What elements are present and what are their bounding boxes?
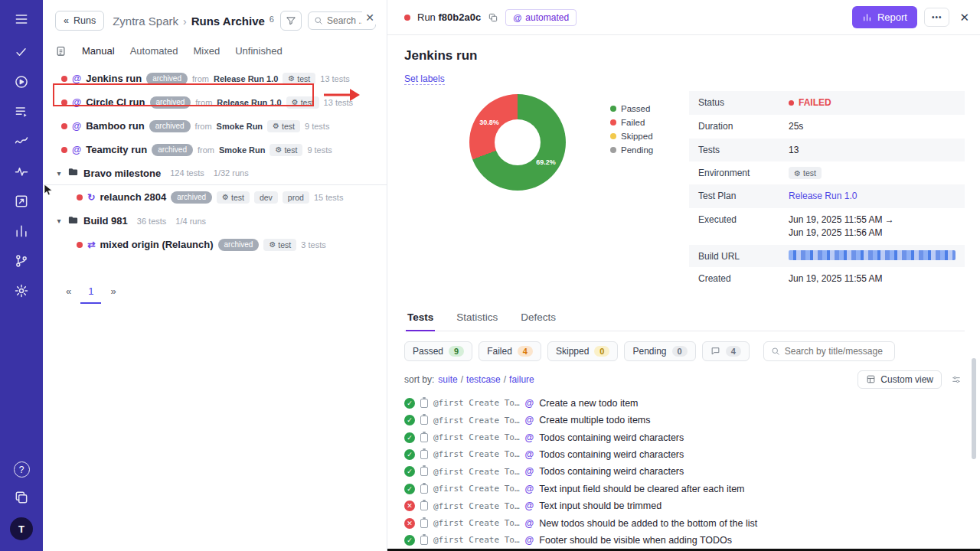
filter-label: Passed (413, 346, 443, 357)
filter-skipped-button[interactable]: Skipped0 (547, 341, 619, 361)
tests-search-input[interactable] (785, 346, 892, 357)
play-circle-icon[interactable] (13, 73, 30, 90)
test-status-icon (404, 398, 415, 409)
gear-icon: ⚙ (222, 193, 229, 201)
run-list-item-circleci[interactable]: @ Circle CI run archived from Release Ru… (43, 90, 387, 114)
filter-passed-button[interactable]: Passed9 (404, 341, 472, 361)
list-icon[interactable] (13, 103, 30, 120)
close-detail-icon[interactable]: ✕ (959, 11, 969, 24)
view-settings-icon[interactable] (951, 374, 962, 385)
copy-docs-icon[interactable] (13, 489, 30, 506)
pagination-prev-button[interactable]: « (66, 285, 71, 297)
test-status-icon (404, 484, 415, 494)
test-row[interactable]: @first Create To…@Footer should be visib… (404, 532, 965, 549)
run-list-item-mixed-origin[interactable]: ⇄ mixed origin (Relaunch) archived ⚙test… (43, 233, 387, 256)
bar-chart-icon[interactable] (13, 223, 30, 240)
filter-failed-button[interactable]: Failed4 (479, 341, 541, 361)
run-list-item-teamcity[interactable]: @ Teamcity run archived from Smoke Run ⚙… (43, 138, 387, 161)
run-list-item-relaunch-2804[interactable]: ↻ relaunch 2804 archived ⚙test dev prod … (43, 185, 387, 209)
avatar[interactable]: T (10, 517, 33, 540)
pagination-page-1[interactable]: 1 (88, 285, 93, 297)
folder-row-bravo-milestone[interactable]: ▾ Bravo milestone 124 tests 1/32 runs (43, 161, 387, 185)
gear-icon: ⚙ (275, 145, 282, 154)
run-list-item-jenkins[interactable]: @ Jenkins run archived from Release Run … (43, 67, 387, 90)
back-label: Runs (74, 15, 96, 26)
tab-tests[interactable]: Tests (406, 305, 435, 331)
automated-icon: @ (525, 398, 534, 409)
folder-name: Build 981 (83, 215, 128, 227)
back-chevrons: « (64, 15, 69, 26)
test-row[interactable]: @first Create To…@Text input should be t… (404, 497, 965, 514)
env-badge: prod (283, 191, 309, 204)
automated-label-badge[interactable]: @automated (505, 9, 577, 26)
menu-icon[interactable] (13, 11, 30, 28)
skipped-count-pill: 0 (594, 346, 609, 357)
tests-scrollbar[interactable] (972, 358, 976, 459)
tab-automated[interactable]: Automated (130, 45, 178, 57)
comment-icon (710, 346, 720, 356)
tab-unfinished[interactable]: Unfinished (235, 45, 282, 57)
custom-view-label: Custom view (880, 374, 933, 385)
filter-button[interactable] (280, 11, 302, 31)
folder-row-build-981[interactable]: ▾ Build 981 36 tests 1/4 runs (43, 209, 387, 233)
chevron-down-icon[interactable]: ▾ (55, 169, 63, 178)
filter-label: Pending (632, 346, 666, 357)
test-row[interactable]: @first Create To…@Create a new todo item (404, 395, 965, 412)
tests-count: 15 tests (314, 193, 344, 202)
tab-defects[interactable]: Defects (519, 305, 557, 331)
back-to-runs-button[interactable]: « Runs (55, 11, 104, 31)
sort-by-testcase-link[interactable]: testcase (466, 374, 501, 385)
flaky-icon[interactable] (13, 133, 30, 150)
set-labels-link[interactable]: Set labels (404, 73, 445, 85)
chevron-down-icon[interactable]: ▾ (55, 217, 63, 225)
run-list-item-bamboo[interactable]: @ Bamboo run archived from Smoke Run ⚙te… (43, 114, 387, 138)
run-detail-header: Run f80b2a0c @automated Report ••• ✕ (387, 0, 980, 35)
help-icon[interactable]: ? (14, 461, 30, 478)
tests-list: @first Create To…@Create a new todo item… (404, 395, 965, 551)
build-url-redacted-link[interactable] (789, 250, 956, 260)
copy-icon[interactable] (488, 12, 498, 23)
filter-comments-button[interactable]: 4 (702, 341, 750, 361)
test-row[interactable]: @first Create To…@New todos should be ad… (404, 514, 965, 531)
sort-by-failure-link[interactable]: failure (509, 374, 534, 385)
legend-failed: Failed (610, 118, 653, 127)
breadcrumb-project[interactable]: Zyntra Spark (113, 15, 178, 28)
mixed-icon: ⇄ (87, 239, 95, 250)
pagination-next-button[interactable]: » (110, 285, 116, 297)
test-row[interactable]: @first Create To…@Todos containing weird… (404, 446, 965, 463)
gear-icon[interactable] (13, 282, 30, 299)
runs-archive-panel: « Runs Zyntra Spark › Runs Archive 6 ✕ M… (43, 0, 387, 551)
branch-icon[interactable] (13, 253, 30, 269)
close-panel-icon[interactable]: ✕ (362, 11, 377, 24)
clipboard-icon (420, 416, 428, 425)
more-options-button[interactable]: ••• (924, 8, 950, 27)
env-badge: dev (254, 191, 278, 204)
test-plan-link[interactable]: Release Run 1.0 (789, 190, 857, 203)
tab-manual[interactable]: Manual (82, 45, 115, 57)
export-icon[interactable] (13, 193, 30, 210)
tests-search[interactable] (763, 341, 895, 361)
test-title: New todos should be added to the bottom … (539, 518, 757, 529)
from-label: from (195, 122, 212, 131)
test-row[interactable]: @first Create To…@Text input field shoul… (404, 481, 965, 497)
filter-pending-button[interactable]: Pending0 (624, 341, 695, 361)
tab-statistics[interactable]: Statistics (455, 305, 499, 331)
test-title: Todos containing weird characters (539, 466, 684, 477)
test-filters-row: Passed9 Failed4 Skipped0 Pending0 4 (404, 341, 965, 361)
env-badge: ⚙test (270, 144, 302, 156)
test-row[interactable]: @first Create To…@Todos containing weird… (404, 463, 965, 480)
tab-mixed[interactable]: Mixed (194, 45, 220, 57)
test-status-icon (404, 466, 415, 477)
sort-by-suite-link[interactable]: suite (438, 374, 457, 385)
from-run: Release Run 1.0 (217, 98, 281, 107)
run-id-text: Run f80b2a0c (417, 11, 481, 23)
pulse-icon[interactable] (13, 163, 30, 180)
info-value: Jun 19, 2025 11:55 AM (789, 272, 883, 285)
automated-badge-label: automated (525, 12, 569, 23)
check-icon[interactable] (13, 44, 30, 60)
archived-badge: archived (149, 120, 191, 132)
test-row[interactable]: @first Create To…@Create multiple todo i… (404, 412, 965, 429)
report-button[interactable]: Report (852, 6, 917, 28)
custom-view-button[interactable]: Custom view (858, 370, 942, 389)
test-row[interactable]: @first Create To…@Todos containing weird… (404, 429, 965, 445)
